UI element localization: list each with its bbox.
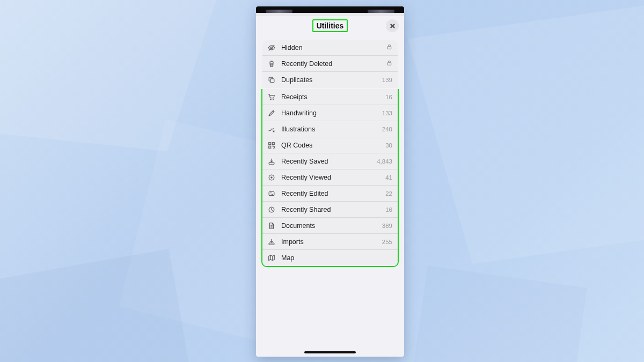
utility-count: 22: [385, 190, 392, 197]
utility-row-recently-shared[interactable]: Recently Shared16: [262, 202, 398, 218]
utility-row-map[interactable]: Map: [262, 250, 398, 266]
svg-rect-7: [272, 142, 274, 144]
utility-count: 16: [385, 94, 392, 100]
svg-rect-12: [269, 191, 274, 195]
eye-off-icon: [267, 44, 276, 51]
svg-rect-8: [269, 146, 271, 148]
utility-row-handwriting[interactable]: Handwriting133: [262, 105, 398, 121]
home-indicator: [304, 351, 356, 353]
utility-row-recently-deleted[interactable]: Recently Deleted: [262, 56, 398, 72]
svg-rect-14: [269, 243, 274, 245]
utility-row-recently-viewed[interactable]: Recently Viewed41: [262, 169, 398, 186]
utility-label: Handwriting: [281, 109, 382, 117]
svg-rect-3: [270, 79, 274, 83]
utility-row-imports[interactable]: Imports255: [262, 234, 398, 250]
utility-label: Recently Viewed: [281, 174, 385, 181]
svg-point-5: [273, 99, 274, 100]
copies-icon: [267, 76, 276, 84]
utility-row-illustrations[interactable]: Illustrations240: [262, 121, 398, 137]
utility-row-qr-codes[interactable]: QR Codes30: [262, 137, 398, 153]
utility-label: Recently Deleted: [281, 60, 386, 68]
utility-label: Duplicates: [281, 76, 382, 84]
svg-rect-1: [387, 47, 391, 49]
utility-count: 255: [382, 239, 392, 245]
utility-label: Hidden: [281, 44, 386, 51]
map-icon: [267, 254, 276, 262]
trash-icon: [267, 60, 276, 68]
svg-point-4: [270, 99, 271, 100]
utility-label: QR Codes: [281, 142, 385, 149]
svg-rect-6: [269, 142, 271, 144]
utilities-list-top: HiddenRecently DeletedDuplicates139: [261, 39, 399, 89]
close-icon: [390, 23, 396, 29]
utility-label: Receipts: [281, 93, 385, 101]
svg-rect-2: [387, 63, 391, 65]
title-highlight: Utilities: [312, 19, 348, 32]
sheet-title: Utilities: [317, 21, 344, 30]
share-icon: [267, 206, 276, 213]
lock-icon: [386, 44, 392, 51]
target-icon: [267, 174, 276, 181]
qr-icon: [267, 142, 276, 149]
utility-count: 16: [385, 206, 392, 213]
utility-row-duplicates[interactable]: Duplicates139: [262, 72, 398, 88]
utility-row-recently-edited[interactable]: Recently Edited22: [262, 186, 398, 202]
utility-row-recently-saved[interactable]: Recently Saved4,843: [262, 153, 398, 169]
phone-frame: Utilities HiddenRecently DeletedDuplicat…: [256, 6, 404, 357]
utility-count: 4,843: [377, 158, 392, 165]
adjust-icon: [267, 190, 276, 197]
utility-label: Map: [281, 254, 392, 262]
utility-count: 240: [382, 126, 392, 132]
utility-row-hidden[interactable]: Hidden: [262, 40, 398, 56]
close-button[interactable]: [386, 19, 399, 32]
status-strip: [256, 6, 404, 13]
import-icon: [267, 238, 276, 246]
utility-label: Recently Edited: [281, 190, 385, 197]
utility-label: Illustrations: [281, 125, 382, 133]
utility-count: 139: [382, 77, 392, 83]
utility-count: 133: [382, 110, 392, 116]
utility-label: Documents: [281, 222, 382, 230]
utility-row-documents[interactable]: Documents389: [262, 218, 398, 234]
utility-count: 41: [385, 174, 392, 181]
utility-count: 389: [382, 223, 392, 229]
pencil-icon: [267, 109, 276, 117]
utility-label: Recently Saved: [281, 158, 377, 165]
svg-rect-9: [269, 162, 274, 164]
svg-point-11: [270, 176, 273, 179]
utility-label: Recently Shared: [281, 206, 385, 213]
cart-icon: [267, 93, 276, 101]
utility-count: 30: [385, 142, 392, 149]
scribble-icon: [267, 125, 276, 133]
utility-row-receipts[interactable]: Receipts16: [262, 89, 398, 105]
utilities-list-highlighted: Receipts16Handwriting133Illustrations240…: [261, 89, 399, 267]
download-icon: [267, 158, 276, 165]
lock-icon: [386, 60, 392, 67]
utility-label: Imports: [281, 238, 382, 246]
document-icon: [267, 222, 276, 230]
sheet-header: Utilities: [256, 16, 404, 35]
